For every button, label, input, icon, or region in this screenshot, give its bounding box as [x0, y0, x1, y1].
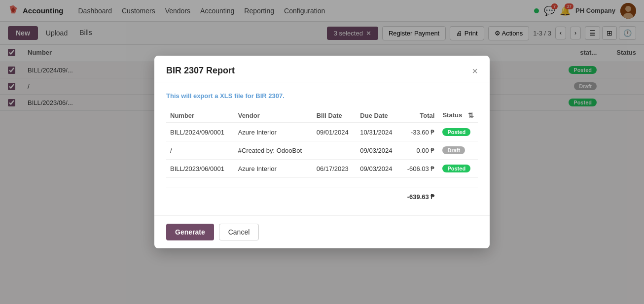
- modal-overlay: BIR 2307 Report × This will export a XLS…: [0, 0, 644, 111]
- modal-table: Number Vendor Bill Date Due Date Total S…: [166, 108, 478, 111]
- col-header-due-date: Due Date: [356, 108, 400, 111]
- modal-header: BIR 2307 Report ×: [154, 56, 490, 82]
- col-header-vendor: Vendor: [234, 108, 313, 111]
- modal-body: This will export a XLS file for BIR 2307…: [154, 82, 490, 111]
- info-text-export: export: [193, 92, 213, 100]
- info-text-suffix: a XLS file for BIR 2307.: [213, 92, 285, 100]
- info-text-prefix: This will: [166, 92, 193, 100]
- modal-close-button[interactable]: ×: [472, 66, 478, 76]
- col-header-number: Number: [166, 108, 234, 111]
- col-header-status: Status ⇅: [438, 108, 478, 111]
- modal-title: BIR 2307 Report: [166, 66, 235, 76]
- col-header-total: Total: [400, 108, 438, 111]
- col-header-bill-date: Bill Date: [313, 108, 357, 111]
- modal-info-text: This will export a XLS file for BIR 2307…: [166, 92, 478, 100]
- bir-report-modal: BIR 2307 Report × This will export a XLS…: [154, 56, 490, 111]
